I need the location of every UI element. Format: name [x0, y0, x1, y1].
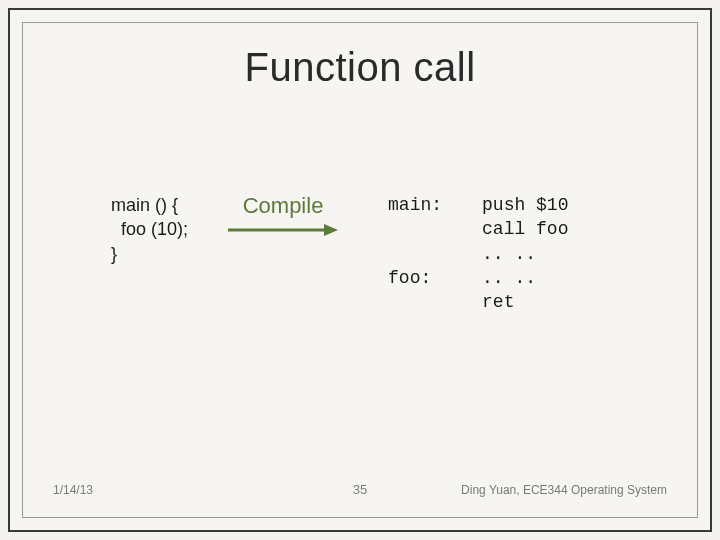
slide-inner-frame: Function call main () { foo (10); } Comp… — [22, 22, 698, 518]
footer-credit: Ding Yuan, ECE344 Operating System — [461, 483, 667, 497]
source-code-block: main () { foo (10); } — [111, 193, 188, 266]
slide-content: main () { foo (10); } Compile main: foo:… — [23, 193, 697, 314]
arrow-right-icon — [228, 223, 338, 237]
slide-outer-frame: Function call main () { foo (10); } Comp… — [8, 8, 712, 532]
asm-labels: main: foo: — [388, 193, 458, 290]
asm-instructions: push $10 call foo .. .. .. .. ret — [482, 193, 568, 314]
compile-label: Compile — [243, 193, 324, 219]
compile-block: Compile — [228, 193, 338, 237]
slide-title: Function call — [23, 45, 697, 90]
svg-marker-1 — [324, 224, 338, 236]
assembly-block: main: foo: push $10 call foo .. .. .. ..… — [388, 193, 568, 314]
